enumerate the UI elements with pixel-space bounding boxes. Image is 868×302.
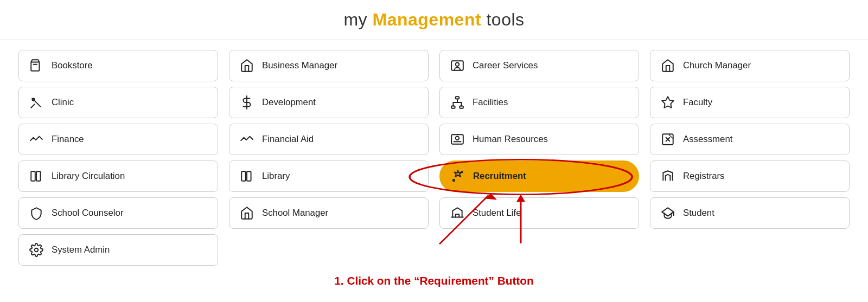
human-resources-icon <box>450 132 465 146</box>
facilities-label: Facilities <box>473 97 508 108</box>
svg-rect-0 <box>31 62 39 71</box>
svg-point-22 <box>453 179 455 181</box>
financial-aid-tile[interactable]: Financial Aid <box>229 124 429 155</box>
finance-tile[interactable]: Finance <box>18 124 218 155</box>
clinic-tile[interactable]: Clinic <box>18 87 218 118</box>
column-2: Business Manager Development Financial A… <box>224 50 434 266</box>
facilities-tile[interactable]: Facilities <box>439 87 639 118</box>
registrars-label: Registrars <box>683 171 724 182</box>
development-tile[interactable]: Development <box>229 87 429 118</box>
facilities-icon <box>450 95 465 110</box>
career-services-icon <box>450 59 465 73</box>
student-life-icon <box>450 206 465 220</box>
human-resources-tile[interactable]: Human Resources <box>439 124 639 155</box>
instruction-text: 1. Click on the “Requirement” Button <box>13 274 855 292</box>
school-counselor-label: School Counselor <box>52 208 123 219</box>
assessment-icon <box>660 132 675 146</box>
title-suffix: tools <box>481 10 524 29</box>
school-manager-icon <box>239 206 254 220</box>
student-tile[interactable]: Student <box>650 197 850 229</box>
svg-point-23 <box>462 171 463 172</box>
development-icon <box>239 95 254 110</box>
student-life-tile[interactable]: Student Life <box>439 197 639 229</box>
financial-aid-icon <box>239 132 254 146</box>
school-manager-label: School Manager <box>262 208 328 219</box>
faculty-tile[interactable]: Faculty <box>650 87 850 118</box>
svg-point-6 <box>35 248 39 252</box>
human-resources-label: Human Resources <box>473 134 548 145</box>
registrars-tile[interactable]: Registrars <box>650 160 850 192</box>
church-manager-label: Church Manager <box>683 60 751 71</box>
recruitment-icon <box>450 169 465 183</box>
career-services-label: Career Services <box>473 60 538 71</box>
svg-rect-9 <box>247 171 251 181</box>
library-circulation-label: Library Circulation <box>52 171 125 182</box>
student-icon <box>660 206 675 220</box>
development-label: Development <box>262 97 316 108</box>
faculty-label: Faculty <box>683 97 712 108</box>
svg-point-20 <box>456 137 459 140</box>
system-admin-label: System Admin <box>52 245 110 255</box>
recruitment-tile[interactable]: Recruitment <box>439 160 639 192</box>
bookstore-tile[interactable]: Bookstore <box>18 50 218 81</box>
library-tile[interactable]: Library <box>229 160 429 192</box>
instruction-area: 1. Click on the “Requirement” Button <box>0 274 868 297</box>
svg-rect-8 <box>241 171 246 181</box>
school-counselor-icon <box>29 206 44 220</box>
library-circulation-tile[interactable]: Library Circulation <box>18 160 218 192</box>
clinic-icon <box>29 95 44 110</box>
financial-aid-label: Financial Aid <box>262 134 314 145</box>
system-admin-tile[interactable]: System Admin <box>18 234 218 266</box>
column-3: Career Services Facilities Human Resourc… <box>434 50 644 266</box>
page-header: my Management tools <box>0 0 868 40</box>
career-services-tile[interactable]: Career Services <box>439 50 639 81</box>
svg-rect-4 <box>31 171 35 181</box>
student-label: Student <box>683 208 714 219</box>
finance-label: Finance <box>52 134 84 145</box>
tools-grid: Bookstore Clinic Finance Library Circula… <box>0 40 868 271</box>
assessment-tile[interactable]: Assessment <box>650 124 850 155</box>
title-highlight: Management <box>372 10 481 29</box>
grid-container: Bookstore Clinic Finance Library Circula… <box>0 40 868 271</box>
column-4: Church Manager Faculty Assessment Regist… <box>644 50 855 266</box>
bookstore-icon <box>29 59 44 73</box>
finance-icon <box>29 132 44 146</box>
svg-rect-5 <box>36 171 41 181</box>
faculty-icon <box>660 95 675 110</box>
assessment-label: Assessment <box>683 134 732 145</box>
library-circulation-icon <box>29 169 44 183</box>
svg-point-11 <box>456 63 459 67</box>
church-manager-icon <box>660 59 675 73</box>
business-manager-tile[interactable]: Business Manager <box>229 50 429 81</box>
business-manager-label: Business Manager <box>262 60 337 71</box>
bookstore-label: Bookstore <box>52 60 93 71</box>
column-1: Bookstore Clinic Finance Library Circula… <box>13 50 224 266</box>
student-life-label: Student Life <box>473 208 521 219</box>
school-manager-tile[interactable]: School Manager <box>229 197 429 229</box>
library-icon <box>239 169 254 183</box>
church-manager-tile[interactable]: Church Manager <box>650 50 850 81</box>
registrars-icon <box>660 169 675 183</box>
library-label: Library <box>262 171 290 182</box>
title-prefix: my <box>343 10 372 29</box>
business-manager-icon <box>239 59 254 73</box>
system-admin-icon <box>29 243 44 257</box>
school-counselor-tile[interactable]: School Counselor <box>18 197 218 229</box>
recruitment-label: Recruitment <box>473 171 526 182</box>
page-title: my Management tools <box>0 0 868 40</box>
clinic-label: Clinic <box>52 97 74 108</box>
